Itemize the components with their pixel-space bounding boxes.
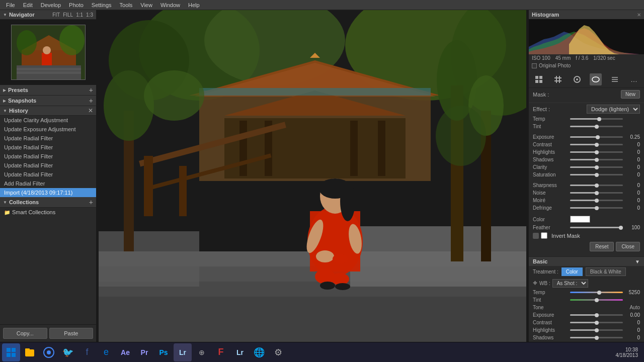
temp-thumb[interactable] bbox=[597, 117, 601, 121]
taskbar-browser2[interactable]: 🌐 bbox=[250, 343, 268, 361]
exposure-thumb[interactable] bbox=[596, 135, 600, 139]
feather-thumb[interactable] bbox=[619, 226, 623, 230]
menu-help[interactable]: Help bbox=[184, 1, 204, 9]
taskbar-lightroom[interactable]: Lr bbox=[174, 343, 192, 361]
wb-dropdown[interactable]: As Shot : Auto Daylight Custom bbox=[552, 279, 588, 288]
basic-highlights-track[interactable] bbox=[570, 329, 623, 331]
shadows-track[interactable] bbox=[570, 159, 623, 160]
menu-tools[interactable]: Tools bbox=[116, 1, 137, 9]
temp-track[interactable] bbox=[570, 118, 623, 120]
nav-fill-btn[interactable]: FILL bbox=[63, 12, 73, 18]
treatment-color-btn[interactable]: Color bbox=[561, 267, 583, 276]
menu-file[interactable]: File bbox=[2, 1, 19, 9]
taskbar-game[interactable]: ⊕ bbox=[193, 343, 211, 361]
noise-track[interactable] bbox=[570, 192, 623, 194]
moire-thumb[interactable] bbox=[595, 199, 599, 203]
snapshots-add-btn[interactable]: + bbox=[89, 97, 93, 104]
clarity-track[interactable] bbox=[570, 166, 623, 168]
highlights-track[interactable] bbox=[570, 151, 623, 153]
taskbar-filezilla[interactable]: F bbox=[212, 343, 230, 361]
menu-view[interactable]: View bbox=[136, 1, 156, 9]
sharpness-track[interactable] bbox=[570, 185, 623, 186]
taskbar-start-btn[interactable] bbox=[2, 343, 20, 361]
tool-crop-btn[interactable] bbox=[552, 73, 564, 85]
history-item-3[interactable]: Update Radial Filter bbox=[0, 143, 96, 152]
tool-basic-btn[interactable] bbox=[533, 73, 545, 85]
contrast-thumb[interactable] bbox=[595, 143, 599, 147]
feather-track[interactable] bbox=[570, 227, 623, 228]
nav-1to1-btn[interactable]: 1:1 bbox=[76, 12, 83, 18]
tint-thumb[interactable] bbox=[595, 125, 599, 129]
taskbar-lr2[interactable]: Lr bbox=[231, 343, 249, 361]
reset-btn[interactable]: Reset bbox=[590, 242, 614, 251]
basic-contrast-thumb[interactable] bbox=[595, 321, 599, 325]
history-close-btn[interactable]: ✕ bbox=[88, 108, 93, 114]
history-item-5[interactable]: Update Radial Filter bbox=[0, 161, 96, 170]
presets-header[interactable]: ▶ Presets + bbox=[0, 85, 96, 96]
clarity-thumb[interactable] bbox=[595, 165, 599, 169]
collections-header[interactable]: ▼ Collections + bbox=[0, 197, 96, 208]
invert-mask-checkbox[interactable] bbox=[541, 232, 547, 239]
treatment-bw-btn[interactable]: Black & White bbox=[586, 267, 626, 276]
basic-exposure-thumb[interactable] bbox=[595, 313, 599, 317]
eyedropper-icon[interactable]: ⌖ bbox=[533, 279, 537, 288]
snapshots-header[interactable]: ▶ Snapshots + bbox=[0, 96, 96, 106]
exposure-track[interactable] bbox=[570, 136, 623, 138]
effect-dropdown[interactable]: Dodge (lighten) Burn (darken) bbox=[587, 105, 640, 114]
presets-add-btn[interactable]: + bbox=[89, 86, 93, 94]
history-item-6[interactable]: Update Radial Filter bbox=[0, 170, 96, 179]
history-item-8[interactable]: Import (4/18/2013 09:17:11) bbox=[0, 188, 96, 197]
tool-more-btn[interactable]: … bbox=[628, 73, 640, 85]
noise-thumb[interactable] bbox=[595, 191, 599, 195]
taskbar-photoshop[interactable]: Ps bbox=[154, 343, 173, 361]
menu-develop[interactable]: Develop bbox=[37, 1, 65, 9]
collections-add-btn[interactable]: + bbox=[89, 199, 93, 206]
sharpness-thumb[interactable] bbox=[595, 184, 599, 188]
highlights-thumb[interactable] bbox=[595, 150, 599, 154]
menu-window[interactable]: Window bbox=[156, 1, 184, 9]
saturation-track[interactable] bbox=[570, 174, 623, 175]
tool-adjustment-btn[interactable] bbox=[609, 73, 621, 85]
nav-1to3-btn[interactable]: 1:3 bbox=[86, 12, 93, 18]
basic-shadows-thumb[interactable] bbox=[595, 336, 599, 340]
mask-new-btn[interactable]: New bbox=[621, 90, 640, 99]
taskbar-twitter[interactable]: 🐦 bbox=[59, 343, 77, 361]
menu-photo[interactable]: Photo bbox=[65, 1, 88, 9]
tool-spot-btn[interactable] bbox=[571, 73, 583, 85]
tint-track[interactable] bbox=[570, 126, 623, 127]
paste-button[interactable]: Paste bbox=[49, 328, 94, 339]
taskbar-aftereffects[interactable]: Ae bbox=[116, 343, 134, 361]
taskbar-chrome[interactable] bbox=[40, 343, 58, 361]
menu-edit[interactable]: Edit bbox=[19, 1, 37, 9]
close-btn[interactable]: Close bbox=[616, 242, 640, 251]
basic-tint-thumb[interactable] bbox=[595, 298, 599, 302]
shadows-thumb[interactable] bbox=[595, 158, 599, 162]
basic-temp-thumb[interactable] bbox=[597, 291, 601, 295]
basic-temp-track[interactable] bbox=[570, 292, 623, 293]
history-item-7[interactable]: Add Radial Filter bbox=[0, 179, 96, 188]
taskbar-settings[interactable]: ⚙ bbox=[269, 343, 287, 361]
menu-settings[interactable]: Settings bbox=[88, 1, 116, 9]
history-header[interactable]: ▼ History ✕ bbox=[0, 106, 96, 116]
basic-exposure-track[interactable] bbox=[570, 314, 623, 316]
taskbar-ie[interactable]: e bbox=[97, 343, 115, 361]
basic-highlights-thumb[interactable] bbox=[595, 328, 599, 332]
basic-contrast-track[interactable] bbox=[570, 322, 623, 323]
moire-track[interactable] bbox=[570, 200, 623, 201]
history-item-4[interactable]: Update Radial Filter bbox=[0, 152, 96, 161]
color-swatch[interactable] bbox=[570, 216, 590, 223]
saturation-thumb[interactable] bbox=[595, 173, 599, 177]
basic-shadows-track[interactable] bbox=[570, 337, 623, 338]
copy-button[interactable]: Copy... bbox=[3, 328, 47, 339]
auto-btn[interactable]: Auto bbox=[629, 305, 640, 310]
basic-header[interactable]: Basic ▼ bbox=[529, 256, 644, 266]
defringe-thumb[interactable] bbox=[595, 206, 599, 210]
taskbar-explorer[interactable] bbox=[21, 343, 39, 361]
original-photo-checkbox[interactable] bbox=[532, 63, 537, 68]
history-item-1[interactable]: Update Exposure Adjustment bbox=[0, 125, 96, 134]
taskbar-premiere[interactable]: Pr bbox=[135, 343, 153, 361]
nav-fit-btn[interactable]: FIT bbox=[52, 12, 60, 18]
collection-item-smart[interactable]: 📁 Smart Collections bbox=[0, 208, 96, 217]
basic-tint-track[interactable] bbox=[570, 299, 623, 301]
taskbar-facebook[interactable]: f bbox=[78, 343, 96, 361]
